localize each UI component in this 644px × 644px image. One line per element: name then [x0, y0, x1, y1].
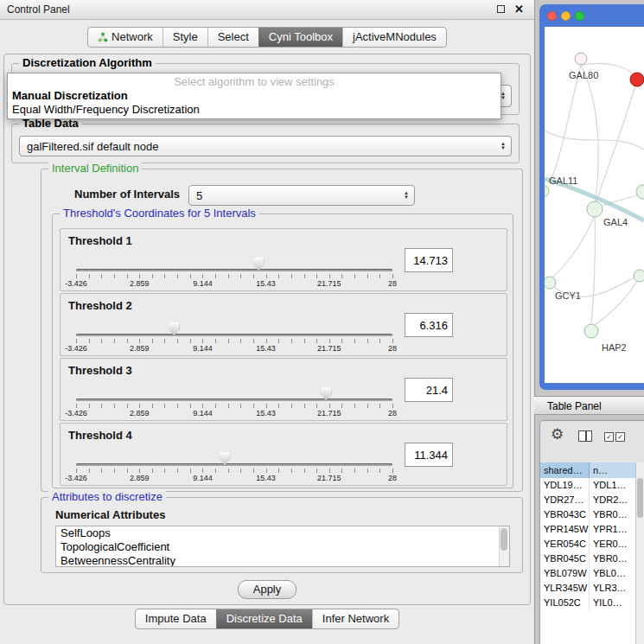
numerical-attributes-list: SelfLoops TopologicalCoefficient Between…	[55, 526, 510, 567]
tab-impute-data[interactable]: Impute Data	[136, 609, 216, 628]
slider-tick-label: 9.144	[193, 344, 213, 353]
apply-button[interactable]: Apply	[238, 580, 296, 599]
threshold-value-input[interactable]: 11.344	[405, 443, 453, 467]
table-row[interactable]: YLR345WYLR3…	[540, 581, 636, 596]
slider-tick-label: 9.144	[193, 279, 213, 288]
slider-tick-label: 9.144	[193, 474, 213, 482]
thresholds-group: Threshold's Coordinates for 5 Intervals …	[52, 214, 513, 488]
tab-label: Style	[173, 28, 198, 47]
scrollbar-thumb[interactable]	[501, 528, 507, 551]
tab-infer-network[interactable]: Infer Network	[312, 609, 399, 628]
scrollbar-thumb[interactable]	[637, 478, 643, 518]
table-row[interactable]: YBR043CYBR0…	[540, 507, 636, 522]
slider-thumb[interactable]	[253, 258, 265, 271]
close-icon[interactable]: ✕	[514, 0, 524, 19]
table-scrollbar[interactable]	[635, 462, 644, 644]
table-row[interactable]: YDR27…YDR2…	[540, 493, 636, 507]
threshold-value-input[interactable]: 21.4	[405, 378, 453, 402]
list-item[interactable]: BetweennessCentrality	[56, 554, 509, 567]
threshold-slider[interactable]	[76, 463, 392, 466]
slider-tick-label: 21.715	[317, 409, 341, 418]
table-panel-window: ⚙ ✓ ✓ shared… n… YDL19…YDL1… YDR27…YDR2……	[539, 420, 644, 644]
tab-select[interactable]: Select	[207, 28, 258, 47]
table-row[interactable]: YBR045CYBR0…	[540, 552, 636, 566]
table-row[interactable]: YDL19…YDL1…	[540, 478, 636, 493]
threshold-2-panel: Threshold 2 -3.4262.8599.14415.4321.7152…	[60, 293, 507, 356]
network-node	[575, 53, 587, 65]
threshold-4-panel: Threshold 4 -3.4262.8599.14415.4321.7152…	[60, 423, 507, 486]
gear-icon[interactable]: ⚙	[551, 427, 564, 443]
slider-tick-label: 15.43	[256, 279, 276, 288]
tab-jactivemnodules[interactable]: jActiveMNodules	[342, 28, 446, 47]
network-node	[584, 324, 598, 338]
slider-tick-label: 21.715	[317, 279, 341, 288]
slider-tick-label: 2.859	[130, 409, 150, 418]
network-canvas[interactable]: GAL80 GAL11 GAL4 GCY1 HAP2	[545, 27, 644, 383]
threshold-slider[interactable]	[76, 334, 392, 336]
table-data-select[interactable]: galFiltered.sif default node ▲▼	[19, 136, 512, 156]
tab-label: Discretize Data	[226, 609, 303, 628]
tab-cyni-toolbox[interactable]: Cyni Toolbox	[258, 28, 342, 47]
threshold-slider[interactable]	[76, 399, 392, 401]
table-row[interactable]: YIL052CYIL0…	[540, 596, 636, 610]
list-item[interactable]: SelfLoops	[56, 526, 509, 540]
threshold-slider[interactable]	[76, 269, 392, 271]
checkbox-icon[interactable]: ✓	[604, 432, 614, 442]
table-panel-title: Table Panel	[547, 400, 602, 412]
slider-ticks	[76, 339, 393, 343]
tab-discretize-data[interactable]: Discretize Data	[216, 609, 312, 628]
column-header-name[interactable]: n…	[590, 462, 636, 478]
list-item[interactable]: TopologicalCoefficient	[56, 540, 509, 554]
cyni-toolbox-panel: Discretization Algorithm ▲▼ Table Data g…	[3, 54, 531, 605]
slider-tick-label: 28	[388, 409, 397, 418]
slider-tick-label: 21.715	[317, 344, 341, 353]
interval-definition-group: Interval Definition Number of Intervals …	[41, 169, 523, 492]
tab-label: jActiveMNodules	[353, 28, 437, 47]
tab-network[interactable]: Network	[88, 28, 163, 47]
popup-prompt: Select algorithm to view settings	[8, 74, 501, 89]
network-icon	[98, 32, 108, 42]
threshold-value-input[interactable]: 14.713	[405, 248, 453, 272]
group-title: Threshold's Coordinates for 5 Intervals	[60, 207, 259, 220]
network-view-window: GAL80 GAL11 GAL4 GCY1 HAP2	[539, 4, 644, 390]
column-header-shared-name[interactable]: shared…	[540, 462, 590, 478]
network-node	[636, 185, 644, 199]
bottom-tab-bar: Impute Data Discretize Data Infer Networ…	[0, 609, 534, 629]
slider-thumb[interactable]	[321, 387, 332, 400]
float-window-icon[interactable]	[497, 5, 505, 13]
threshold-label: Threshold 1	[68, 234, 132, 247]
popup-option-equal-width-frequency[interactable]: Equal Width/Frequency Discretization	[8, 103, 501, 117]
num-intervals-select[interactable]: 5 ▲▼	[188, 185, 415, 206]
slider-tick-label: 28	[388, 279, 397, 288]
zoom-traffic-icon[interactable]	[575, 11, 584, 21]
close-traffic-icon[interactable]	[547, 11, 557, 21]
list-scrollbar[interactable]	[499, 526, 509, 566]
popup-option-manual-discretization[interactable]: Manual Discretization	[8, 89, 501, 103]
slider-tick-label: 2.859	[130, 474, 150, 482]
tab-label: Impute Data	[145, 609, 207, 628]
group-title: Interval Definition	[48, 162, 142, 175]
slider-thumb[interactable]	[169, 322, 180, 335]
table-data-group: Table Data galFiltered.sif default node …	[11, 124, 520, 163]
tab-style[interactable]: Style	[163, 28, 207, 47]
slider-tick-labels: -3.4262.8599.14415.4321.71528	[76, 344, 392, 353]
num-intervals-label: Number of Intervals	[74, 188, 180, 201]
slider-tick-labels: -3.4262.8599.14415.4321.71528	[76, 279, 392, 288]
table-row[interactable]: YER054CYER0…	[540, 537, 636, 552]
table-row[interactable]: YBL079WYBL0…	[540, 566, 636, 581]
threshold-label: Threshold 4	[68, 429, 132, 442]
columns-icon[interactable]	[578, 430, 592, 442]
threshold-label: Threshold 3	[68, 364, 132, 377]
numerical-attributes-label: Numerical Attributes	[55, 508, 165, 521]
slider-thumb[interactable]	[220, 452, 231, 465]
checkbox-icon[interactable]: ✓	[615, 432, 625, 442]
threshold-value-input[interactable]: 6.316	[405, 313, 453, 337]
table-row[interactable]: YPR145WYPR1…	[540, 522, 636, 537]
network-node	[545, 185, 549, 197]
minimize-traffic-icon[interactable]	[561, 11, 571, 21]
slider-tick-labels: -3.4262.8599.14415.4321.71528	[76, 409, 392, 418]
network-node	[545, 277, 556, 289]
node-label: GAL80	[569, 70, 598, 80]
threshold-3-panel: Threshold 3 -3.4262.8599.14415.4321.7152…	[60, 358, 507, 421]
slider-tick-label: -3.426	[65, 344, 87, 353]
